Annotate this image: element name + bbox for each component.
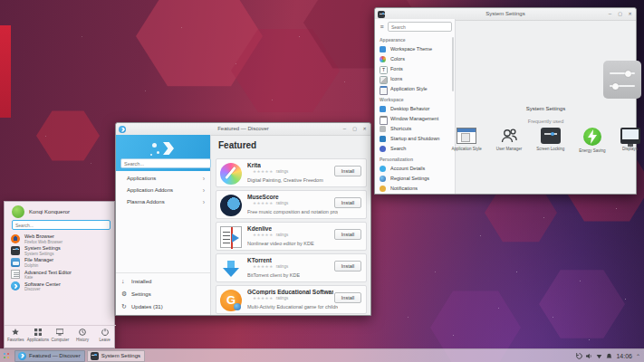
wallpaper-red-strip [0,25,11,118]
page-title: Featured [218,140,256,150]
app-card-gcompris[interactable]: GCompris Educational Software ratings Mu… [216,285,367,314]
settings-item-shortcuts[interactable]: Shortcuts [375,124,455,134]
maximize-icon[interactable] [617,11,623,17]
frequent-module-displays[interactable]: Displays [620,128,640,153]
task-system-settings[interactable]: System Settings [87,350,145,362]
app-card-musescore[interactable]: MuseScore ratings Free music composition… [216,190,367,219]
minimize-icon[interactable] [607,11,613,17]
section-header: Appearance [375,36,455,44]
install-button[interactable]: Install [334,229,361,240]
tab-applications[interactable]: Applications [27,326,50,348]
install-button[interactable]: Install [334,292,361,303]
settings-item-window-management[interactable]: Window Management [375,114,455,124]
frequent-module-user-manager[interactable]: User Manager [496,128,523,153]
frequent-module-screen-locking[interactable]: Screen Locking [536,128,564,153]
favorite-name: System Settings [24,245,61,251]
star-rating-icon [253,169,276,174]
favorite-item-file-manager[interactable]: File Manager Dolphin [5,256,116,268]
nav-label: Settings [131,291,151,297]
regional-settings-icon [380,176,386,182]
maximize-icon[interactable] [351,126,358,132]
nav-updates[interactable]: Updates (31) [116,300,210,313]
favorite-name: Advanced Text Editor [24,270,72,275]
favorite-item-system-settings[interactable]: System Settings System Settings [5,244,116,256]
favorite-item-software-center[interactable]: Software Center Discover [5,281,116,292]
app-name: Kdenlive [247,225,272,232]
settings-item-workspace-theme[interactable]: Workspace Theme [375,44,455,54]
favorite-item-web-browser[interactable]: Web Browser Firefox Web Browser [5,233,116,244]
account-details-icon [380,166,386,172]
settings-item-startup-shutdown[interactable]: Startup and Shutdown [375,134,455,144]
close-icon[interactable] [627,11,633,17]
app-card-krita[interactable]: Krita ratings Digital Painting, Creative… [216,158,367,187]
nav-application-addons[interactable]: Application Addons [116,185,210,196]
minimize-icon[interactable] [341,126,348,132]
app-card-ktorrent[interactable]: KTorrent ratings BitTorrent client by KD… [216,253,367,282]
app-summary: Multi-Activity Educational game for chil… [247,304,338,310]
tab-computer[interactable]: Computer [49,326,72,348]
settings-item-account-details[interactable]: Account Details [375,164,455,174]
task-discover[interactable]: Featured — Discover [14,350,85,362]
app-summary: BitTorrent client by KDE [247,272,300,278]
user-avatar[interactable] [12,205,24,218]
discover-search-input[interactable] [120,158,211,168]
tab-leave[interactable]: Leave [93,326,116,348]
app-card-kdenlive[interactable]: Kdenlive ratings Nonlinear video editor … [216,222,367,251]
settings-item-search[interactable]: Search [375,144,455,154]
frequent-module-application-style[interactable]: Application Style [451,128,481,153]
module-label: Displays [620,147,640,151]
frequent-module-energy-saving[interactable]: Energy Saving [579,128,605,153]
favorite-description: System Settings [24,252,54,256]
settings-item-regional-settings[interactable]: Regional Settings [375,174,455,184]
settings-item-fonts[interactable]: TFonts [375,64,455,74]
nav-installed[interactable]: Installed [116,275,210,288]
install-button[interactable]: Install [334,197,361,208]
settings-item-application-style[interactable]: Application Style [375,84,455,94]
settings-item-colors[interactable]: Colors [375,54,455,64]
volume-tray-icon[interactable] [586,353,592,359]
wallpaper-stars [0,0,1,1]
computer-icon [56,329,63,336]
settings-home-view: System Settings Frequently used Applicat… [456,19,636,194]
update-tray-icon[interactable] [576,353,582,359]
settings-item-desktop-behavior[interactable]: Desktop Behavior [375,104,455,114]
expand-tray-icon[interactable] [636,353,640,359]
system-settings-icon [11,246,20,255]
scrollbar[interactable] [452,37,454,91]
install-button[interactable]: Install [334,261,361,272]
discover-titlebar[interactable]: Featured — Discover [116,123,370,136]
app-name: KTorrent [247,257,272,263]
network-tray-icon[interactable] [596,353,602,359]
kdenlive-icon [220,226,242,248]
task-label: System Settings [101,353,140,358]
window-title: Featured — Discover [116,123,370,135]
search-module-icon [380,146,386,152]
nav-label: Updates (31) [131,304,163,310]
favorites-list: Web Browser Firefox Web Browser System S… [5,233,116,292]
settings-item-icons[interactable]: Icons [375,74,455,84]
notifications-tray-icon[interactable] [606,353,612,359]
hamburger-menu-icon[interactable] [378,24,386,30]
nav-settings[interactable]: Settings [116,288,210,300]
tab-history[interactable]: History [72,326,94,348]
discover-window: Featured — Discover Applications [115,122,371,316]
favorite-description: Discover [24,287,41,291]
tab-label: Applications [27,338,50,342]
frequently-used-heading: Frequently used [456,119,636,124]
settings-item-notifications[interactable]: Notifications [375,184,455,194]
application-launcher-button[interactable] [1,350,13,362]
system-settings-icon [91,352,99,360]
favorite-item-text-editor[interactable]: Advanced Text Editor Kate [5,269,116,281]
clock[interactable]: 14:06 [616,353,632,359]
discover-logo-icon [150,140,178,158]
nav-plasma-addons[interactable]: Plasma Addons [116,196,210,208]
install-button[interactable]: Install [334,166,361,176]
chevron-right-icon [203,173,205,185]
settings-search-input[interactable] [388,22,452,32]
close-icon[interactable] [361,126,368,132]
app-rating: ratings [253,233,288,237]
nav-applications[interactable]: Applications [116,173,210,185]
favorite-name: Software Center [24,281,61,287]
tab-favorites[interactable]: Favorites [5,326,27,348]
launcher-search-input[interactable] [12,220,111,230]
